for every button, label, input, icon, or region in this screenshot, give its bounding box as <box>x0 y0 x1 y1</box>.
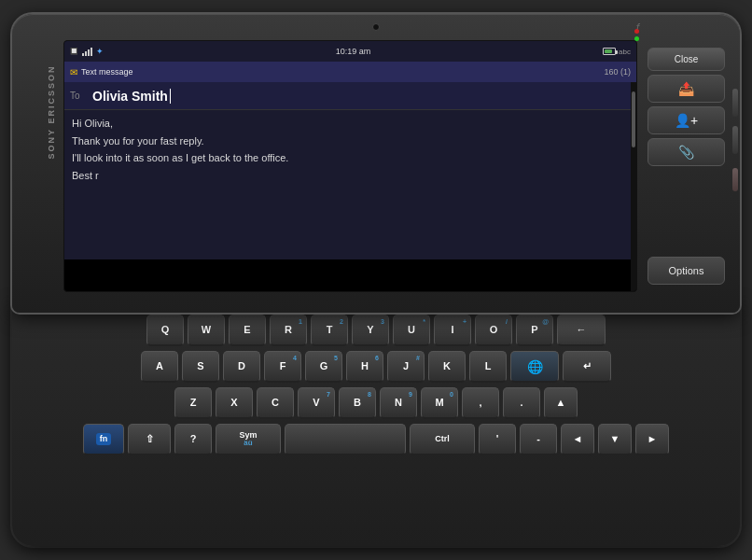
keyboard-row-3: Z X C 7 V 8 B 9 N 0 M , <box>25 387 727 419</box>
reply-icon: 📤 <box>678 81 694 96</box>
key-right[interactable]: ► <box>635 424 669 455</box>
ctrl-key[interactable]: Ctrl <box>410 424 475 455</box>
key-s[interactable]: S <box>182 351 219 383</box>
keyboard-row-4: fn ⇧ ? Sym äü Ctrl ' - ◄ <box>25 424 727 455</box>
key-y[interactable]: 3 Y <box>352 315 389 346</box>
scrollbar[interactable] <box>631 82 636 291</box>
keyboard-rows: Q W E 1 R 2 T 3 Y * U <box>25 315 727 455</box>
status-right: abc <box>603 48 631 56</box>
status-bar: 🔲 ✦ 10:19 am abc <box>64 41 636 62</box>
signal-bar-1 <box>82 53 84 56</box>
options-button[interactable]: Options <box>648 257 725 285</box>
key-b[interactable]: 8 B <box>339 387 376 419</box>
key-v[interactable]: 7 V <box>298 387 335 419</box>
brand-label: Sony Ericsson <box>47 65 56 160</box>
keyboard: Q W E 1 R 2 T 3 Y * U <box>12 303 740 546</box>
attach-icon: 📎 <box>678 145 694 160</box>
signal-bar-2 <box>85 51 87 56</box>
to-label: To <box>70 91 85 101</box>
key-d[interactable]: D <box>223 351 260 383</box>
volume-down-button[interactable] <box>732 126 738 154</box>
sym-key[interactable]: Sym äü <box>216 424 281 455</box>
message-header-bar: ✉ Text message 160 (1) <box>64 62 636 82</box>
globe-icon: 🌐 <box>527 359 543 374</box>
key-r[interactable]: 1 R <box>270 315 307 346</box>
key-left[interactable]: ◄ <box>561 424 594 455</box>
key-up[interactable]: ▲ <box>544 387 578 419</box>
enter-key[interactable]: ↵ <box>563 351 611 383</box>
key-o[interactable]: / O <box>475 315 512 346</box>
red-indicator <box>634 29 639 34</box>
screen-content: To Olivia Smith Hi Olivia, Thank you for… <box>64 82 636 291</box>
phone-device: Sony Ericsson f 🔲 ✦ <box>12 14 740 546</box>
message-area: To Olivia Smith Hi Olivia, Thank you for… <box>64 82 631 291</box>
space-key[interactable] <box>285 424 406 455</box>
key-down[interactable]: ▼ <box>598 424 632 455</box>
key-comma[interactable]: , <box>462 387 499 419</box>
signal-bar-4 <box>91 48 92 56</box>
backspace-key[interactable]: ← <box>557 315 606 346</box>
key-t[interactable]: 2 T <box>311 315 348 346</box>
right-sidebar: Close 📤 👤+ 📎 Options <box>642 40 731 292</box>
keyboard-row-2: A S D 4 F 5 G 6 H # J K <box>25 351 727 383</box>
recipient-name: Olivia Smith <box>92 89 168 104</box>
keyboard-row-1: Q W E 1 R 2 T 3 Y * U <box>25 315 727 346</box>
msg-line-3: I'll look into it as soon as I get back … <box>72 150 623 166</box>
globe-key[interactable]: 🌐 <box>510 351 559 383</box>
key-x[interactable]: X <box>216 387 253 419</box>
fn-key[interactable]: fn <box>83 424 124 455</box>
camera-button[interactable] <box>732 168 738 191</box>
add-person-icon: 👤+ <box>675 113 698 128</box>
sidebar-spacer <box>648 170 725 253</box>
phone-screen: 🔲 ✦ 10:19 am abc <box>63 40 637 292</box>
key-i[interactable]: + I <box>434 315 471 346</box>
msg-line-1: Hi Olivia, <box>72 116 623 132</box>
key-q[interactable]: Q <box>146 315 184 346</box>
key-minus[interactable]: - <box>520 424 557 455</box>
key-period[interactable]: . <box>503 387 540 419</box>
key-w[interactable]: W <box>188 315 225 346</box>
scrollbar-thumb <box>632 91 635 147</box>
key-a[interactable]: A <box>141 351 178 383</box>
status-time: 10:19 am <box>336 47 371 56</box>
status-left: 🔲 ✦ <box>70 47 104 56</box>
key-c[interactable]: C <box>257 387 294 419</box>
key-p[interactable]: @ P <box>516 315 553 346</box>
char-count: 160 (1) <box>604 67 631 77</box>
key-n[interactable]: 9 N <box>380 387 417 419</box>
abc-indicator: abc <box>619 48 631 56</box>
message-body[interactable]: Hi Olivia, Thank you for your fast reply… <box>64 110 631 259</box>
front-camera <box>372 23 380 31</box>
msg-line-4: Best r <box>72 168 623 184</box>
key-f[interactable]: 4 F <box>264 351 301 383</box>
message-type-area: ✉ Text message <box>70 67 133 77</box>
envelope-icon: ✉ <box>70 67 77 77</box>
key-h[interactable]: 6 H <box>346 351 383 383</box>
battery-fill <box>605 49 612 53</box>
signal-bars <box>82 47 92 56</box>
key-l[interactable]: L <box>469 351 507 383</box>
key-g[interactable]: 5 G <box>305 351 342 383</box>
battery-indicator: 🔲 <box>70 48 78 55</box>
to-field[interactable]: To Olivia Smith <box>64 82 631 110</box>
close-button[interactable]: Close <box>648 48 725 71</box>
text-cursor <box>170 89 171 104</box>
add-contact-button[interactable]: 👤+ <box>648 106 725 134</box>
shift-key[interactable]: ⇧ <box>128 424 171 455</box>
key-z[interactable]: Z <box>174 387 212 419</box>
key-question[interactable]: ? <box>174 424 212 455</box>
key-e[interactable]: E <box>229 315 266 346</box>
signal-bar-3 <box>88 49 90 56</box>
phone-upper-body: Sony Ericsson f 🔲 ✦ <box>12 14 740 313</box>
volume-up-button[interactable] <box>732 89 738 117</box>
key-k[interactable]: K <box>428 351 466 383</box>
battery-icon <box>603 48 616 55</box>
attach-button[interactable]: 📎 <box>648 138 725 166</box>
key-m[interactable]: 0 M <box>421 387 458 419</box>
key-apostrophe[interactable]: ' <box>479 424 516 455</box>
msg-line-2: Thank you for your fast reply. <box>72 133 623 149</box>
indicator-lights <box>634 29 639 41</box>
reply-button[interactable]: 📤 <box>648 75 725 103</box>
key-u[interactable]: * U <box>393 315 430 346</box>
key-j[interactable]: # J <box>387 351 425 383</box>
